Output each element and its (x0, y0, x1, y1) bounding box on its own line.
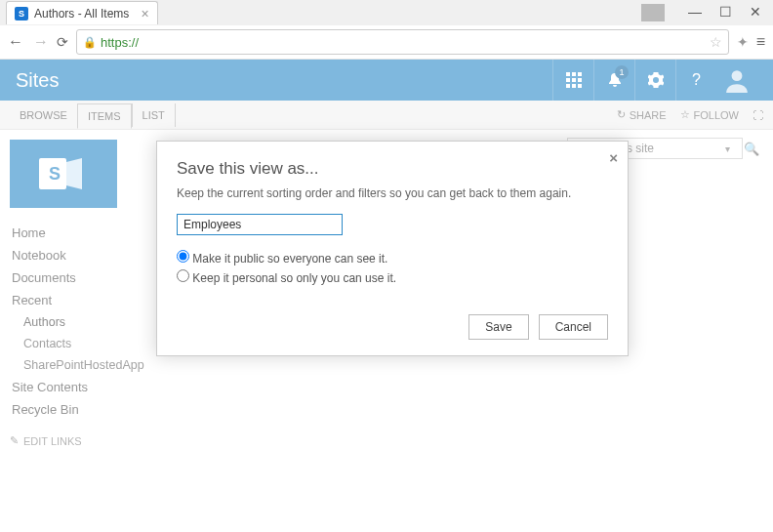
back-icon[interactable]: ← (8, 33, 23, 51)
cancel-button[interactable]: Cancel (539, 314, 608, 340)
lock-icon: 🔒 (83, 36, 97, 49)
address-bar: ← → ⟳ 🔒 https:// ☆ ✦ ≡ (0, 25, 773, 59)
hamburger-menu-icon[interactable]: ≡ (756, 33, 765, 51)
close-window-icon[interactable]: ✕ (750, 4, 761, 21)
close-tab-icon[interactable]: × (141, 6, 148, 21)
maximize-icon[interactable]: ☐ (719, 4, 732, 21)
url-field[interactable]: 🔒 https:// ☆ (76, 29, 729, 55)
radio-public[interactable]: Make it public so everyone can see it. (177, 249, 608, 268)
browser-titlebar: S Authors - All Items × — ☐ ✕ (0, 0, 773, 25)
sharepoint-favicon-icon: S (15, 7, 28, 20)
dialog-title: Save this view as... (177, 159, 608, 179)
browser-tab[interactable]: S Authors - All Items × (6, 1, 158, 24)
radio-personal[interactable]: Keep it personal so only you can use it. (177, 268, 608, 288)
reload-icon[interactable]: ⟳ (57, 34, 68, 50)
dialog-hint: Keep the current sorting order and filte… (177, 186, 608, 200)
save-view-dialog: × Save this view as... Keep the current … (156, 141, 629, 356)
user-placeholder-icon (641, 4, 665, 21)
save-button[interactable]: Save (468, 314, 528, 340)
view-name-input[interactable] (177, 214, 343, 235)
dialog-close-icon[interactable]: × (609, 149, 618, 166)
extension-icon[interactable]: ✦ (737, 34, 749, 50)
minimize-icon[interactable]: — (688, 4, 702, 21)
url-scheme: https:// (101, 35, 139, 50)
tab-title: Authors - All Items (34, 7, 129, 20)
bookmark-star-icon[interactable]: ☆ (710, 34, 722, 50)
window-controls: — ☐ ✕ (641, 4, 773, 21)
browser-chrome: S Authors - All Items × — ☐ ✕ ← → ⟳ 🔒 ht… (0, 0, 773, 60)
forward-icon[interactable]: → (33, 33, 49, 51)
